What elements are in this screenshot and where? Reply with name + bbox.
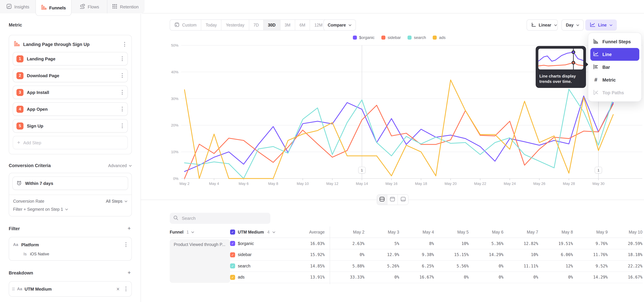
filter-segment-dropdown[interactable]: Filter + Segment on Step 1	[13, 207, 128, 212]
table-search[interactable]	[170, 213, 270, 224]
funnel-step-row[interactable]: 3App Install	[13, 86, 128, 99]
filter-kebab-menu[interactable]	[124, 241, 128, 248]
legend-item[interactable]: $organic	[353, 35, 374, 40]
funnel-step-row[interactable]: 1Landing Page	[13, 52, 128, 66]
average-value: 14.85%	[287, 264, 325, 268]
advanced-dropdown[interactable]: Advanced	[108, 163, 132, 168]
range-30d[interactable]: 30D	[264, 20, 280, 30]
filter-value[interactable]: iOS Native	[30, 252, 49, 256]
tab-label: Retention	[120, 4, 138, 9]
funnel-group-cell[interactable]: Product Viewed through P...	[170, 239, 230, 283]
add-filter-button[interactable]: +	[126, 225, 132, 232]
funnel-step-row[interactable]: 2Download Page	[13, 69, 128, 82]
day-column-header[interactable]: May 8	[538, 230, 573, 234]
tab-insights[interactable]: Insights	[0, 0, 36, 14]
day-column-header[interactable]: May 2	[330, 230, 364, 234]
filter-segment-label: Filter + Segment on Step 1	[13, 207, 63, 212]
funnel-column-header[interactable]: Funnel 1	[170, 230, 230, 234]
breakdown-column-header[interactable]: ✓ UTM Medium 4	[230, 230, 287, 234]
day-value-cell: 14.29%	[573, 275, 608, 280]
funnel-step-row[interactable]: 5Sign Up	[13, 119, 128, 132]
day-value-cell: 6.25%	[399, 264, 434, 268]
day-column-header[interactable]: May 6	[469, 230, 504, 234]
day-column-header[interactable]: May 4	[399, 230, 434, 234]
select-all-checkbox[interactable]: ✓	[230, 230, 235, 234]
step-kebab-menu[interactable]	[120, 55, 124, 62]
metric-card-header[interactable]: Landing Page through Sign Up	[13, 38, 128, 52]
filter-operator[interactable]: Is	[24, 252, 27, 256]
step-kebab-menu[interactable]	[120, 88, 124, 96]
conversion-window-row[interactable]: Within 7 days	[12, 176, 128, 190]
step-kebab-menu[interactable]	[120, 105, 124, 113]
line-chart-icon	[593, 51, 599, 58]
funnel-metric-icon	[14, 41, 20, 48]
row-series-cell: ✓$organic	[230, 241, 287, 246]
compare-button[interactable]: Compare	[323, 20, 356, 30]
calendar-icon	[174, 22, 180, 28]
menu-item-line[interactable]: Line	[590, 48, 639, 61]
range-3m[interactable]: 3M	[280, 20, 295, 30]
day-column-header[interactable]: May 7	[504, 230, 538, 234]
step-number-badge: 2	[16, 72, 24, 79]
scale-dropdown[interactable]: Linear	[526, 20, 558, 30]
all-steps-dropdown[interactable]: All Steps	[106, 199, 128, 204]
row-series-cell: ✓ads	[230, 275, 287, 280]
menu-item-metric[interactable]: # Metric	[588, 74, 641, 86]
range-yesterday[interactable]: Yesterday	[222, 20, 249, 30]
table-row[interactable]: ✓sidebar15.92%0%12.9%9.38%15.15%14.29%10…	[230, 249, 643, 260]
day-column-header[interactable]: May 10	[608, 230, 642, 234]
legend-item[interactable]: ads	[433, 35, 446, 40]
menu-item-bar[interactable]: Bar	[588, 61, 641, 74]
chart-type-dropdown[interactable]: Line	[585, 20, 617, 30]
menu-item-funnel-steps[interactable]: Funnel Steps	[588, 35, 641, 48]
funnel-step-row[interactable]: 4App Open	[13, 102, 128, 116]
table-row[interactable]: ✓ads13.91%33.33%0%16.67%0%0%0%0%14.29%16…	[230, 272, 643, 283]
chart-type-label: Line	[598, 23, 606, 27]
day-column-header[interactable]: May 3	[364, 230, 399, 234]
date-range-segmented-control: CustomTodayYesterday7D30D3M6M12M	[170, 20, 327, 30]
metric-kebab-menu[interactable]	[123, 40, 126, 48]
menu-item-top-paths[interactable]: Top Paths	[588, 86, 641, 99]
day-value-cell: 5.26%	[364, 264, 399, 268]
drag-handle-icon[interactable]: ☰	[12, 287, 15, 291]
breakdown-kebab-menu[interactable]	[124, 285, 128, 292]
row-checkbox[interactable]: ✓	[230, 252, 235, 257]
metric-heading: Metric	[9, 22, 132, 28]
annotation-badge[interactable]: 1	[358, 167, 366, 174]
annotation-badge[interactable]: 1	[595, 167, 602, 174]
series-line-search[interactable]	[184, 89, 613, 178]
chart-only-view-button[interactable]	[388, 194, 398, 205]
range-6m[interactable]: 6M	[295, 20, 310, 30]
tab-retention[interactable]: Retention	[107, 0, 143, 14]
step-kebab-menu[interactable]	[120, 72, 124, 79]
row-checkbox[interactable]: ✓	[230, 264, 235, 268]
interval-dropdown[interactable]: Day	[562, 20, 584, 30]
day-column-header[interactable]: May 5	[434, 230, 469, 234]
table-row[interactable]: ✓$organic16.03%2.63%5%8%10%5.36%12.82%19…	[230, 238, 643, 249]
tab-funnels[interactable]: Funnels	[36, 0, 72, 16]
split-view-button[interactable]	[377, 194, 388, 205]
table-only-view-button[interactable]	[398, 194, 408, 205]
day-value-cell: 5.36%	[469, 241, 504, 246]
table-row[interactable]: ✓search14.85%5.88%5.26%6.25%5.56%0%11.11…	[230, 260, 643, 272]
legend-item[interactable]: search	[408, 35, 426, 40]
row-checkbox[interactable]: ✓	[230, 275, 235, 280]
breakdown-property-name[interactable]: UTM Medium	[24, 286, 112, 292]
search-input[interactable]	[181, 216, 265, 221]
range-today[interactable]: Today	[201, 20, 222, 30]
day-column-header[interactable]: May 9	[573, 230, 608, 234]
step-kebab-menu[interactable]	[120, 122, 124, 130]
remove-breakdown-icon[interactable]: ✕	[114, 286, 122, 292]
add-breakdown-button[interactable]: +	[126, 270, 132, 276]
average-column-header[interactable]: Average	[287, 230, 325, 234]
series-line-ads[interactable]	[184, 80, 613, 178]
row-checkbox[interactable]: ✓	[230, 241, 235, 246]
chart-only-view-icon	[390, 196, 395, 203]
filter-property-name[interactable]: Platform	[21, 242, 121, 247]
tab-label: Funnels	[49, 5, 66, 10]
add-step-button[interactable]: + Add Step	[13, 136, 128, 149]
tab-flows[interactable]: Flows	[72, 0, 107, 14]
legend-item[interactable]: sidebar	[381, 35, 401, 40]
range-custom[interactable]: Custom	[170, 20, 201, 30]
range-7d[interactable]: 7D	[249, 20, 264, 30]
